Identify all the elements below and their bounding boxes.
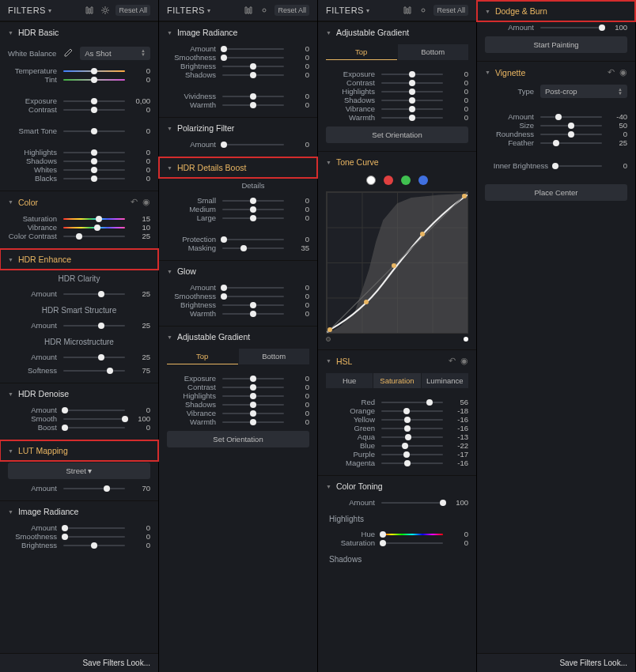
section-toggle-hdr-basic[interactable]: ▼HDR Basic	[0, 22, 158, 43]
slider-tint[interactable]	[63, 79, 125, 81]
slider-exposure[interactable]	[381, 74, 443, 75]
smart-tone-slider[interactable]	[63, 130, 125, 132]
slider-saturation[interactable]	[381, 542, 443, 544]
slider-amount[interactable]	[63, 325, 125, 327]
undo-icon[interactable]: ↶	[131, 197, 138, 207]
section-toggle-image-radiance[interactable]: ▼Image Radiance	[159, 22, 317, 43]
set-orientation-button[interactable]: Set Orientation	[326, 126, 468, 143]
section-toggle-gradient-3[interactable]: ▼Adjustable Gradient	[318, 22, 476, 43]
curve-channel-red[interactable]	[384, 176, 393, 185]
section-toggle-image-radiance-1[interactable]: ▼Image Radiance	[0, 501, 158, 522]
slider-brightness[interactable]	[63, 545, 125, 546]
slider-masking[interactable]	[222, 247, 284, 249]
section-toggle-dodge-burn[interactable]: ▼Dodge & Burn	[477, 1, 635, 21]
slider-amount[interactable]	[63, 488, 125, 489]
slider-warmth[interactable]	[222, 313, 284, 315]
section-toggle-hdr-denoise[interactable]: ▼HDR Denoise	[0, 383, 158, 404]
set-orientation-button[interactable]: Set Orientation	[167, 431, 309, 447]
white-balance-select[interactable]: As Shot▲▼	[80, 47, 150, 60]
section-toggle-color-toning[interactable]: ▼Color Toning	[318, 476, 476, 496]
gear-icon[interactable]	[100, 5, 111, 16]
tone-curve-editor[interactable]	[326, 191, 468, 334]
section-toggle-hsl[interactable]: ▼HSL ↶◉	[318, 350, 476, 372]
slider-amount[interactable]	[63, 293, 125, 295]
section-toggle-lut-mapping[interactable]: ▼LUT Mapping	[0, 440, 158, 461]
slider-vibrance[interactable]	[222, 413, 284, 414]
slider-amount[interactable]	[222, 287, 284, 289]
slider-orange[interactable]	[381, 410, 443, 412]
slider-temperature[interactable]	[63, 70, 125, 72]
curve-channel-green[interactable]	[401, 176, 411, 185]
slider-small[interactable]	[222, 200, 284, 202]
slider-aqua[interactable]	[381, 436, 443, 438]
section-toggle-hdr-enhance[interactable]: ▼HDR Enhance	[0, 249, 158, 270]
slider-highlights[interactable]	[222, 395, 284, 397]
reset-all-button[interactable]: Reset All	[115, 5, 150, 16]
undo-icon[interactable]: ↶	[608, 67, 615, 77]
slider-amount[interactable]	[63, 410, 125, 411]
slider-softness[interactable]	[63, 370, 125, 372]
undo-icon[interactable]: ↶	[449, 356, 456, 366]
slider-vibrance[interactable]	[381, 108, 443, 110]
slider-shadows[interactable]	[63, 160, 125, 162]
slider-roundness[interactable]	[540, 134, 602, 135]
slider-amount[interactable]	[540, 116, 602, 118]
visibility-icon[interactable]: ◉	[142, 197, 150, 207]
histogram-icon[interactable]	[84, 5, 95, 16]
section-toggle-vignette[interactable]: ▼Vignette ↶◉	[477, 62, 635, 83]
slider-purple[interactable]	[381, 454, 443, 455]
slider-contrast[interactable]	[63, 109, 125, 111]
filters-dropdown[interactable]: FILTERS▾	[326, 6, 369, 15]
curve-channel-blue[interactable]	[418, 176, 428, 185]
slider-blacks[interactable]	[63, 178, 125, 179]
slider-boost[interactable]	[63, 427, 125, 428]
start-painting-button[interactable]: Start Painting	[485, 36, 627, 53]
slider-contrast[interactable]	[222, 387, 284, 388]
slider-exposure[interactable]	[222, 378, 284, 379]
eyedropper-icon[interactable]	[61, 46, 75, 60]
slider-saturation[interactable]	[63, 218, 125, 220]
slider-contrast[interactable]	[381, 82, 443, 84]
slider-warmth[interactable]	[381, 117, 443, 119]
section-toggle-color[interactable]: ▼Color ↶◉	[0, 191, 158, 213]
slider-smoothness[interactable]	[222, 57, 284, 59]
gradient-tab-bottom[interactable]: Bottom	[239, 349, 310, 364]
slider-feather[interactable]	[540, 142, 602, 144]
slider-green[interactable]	[381, 428, 443, 429]
curve-channel-rgb[interactable]	[366, 176, 376, 185]
color-toning-amount-slider[interactable]	[381, 502, 443, 504]
slider-smoothness[interactable]	[222, 296, 284, 297]
slider-protection[interactable]	[222, 239, 284, 240]
gear-icon[interactable]	[418, 5, 429, 16]
slider-magenta[interactable]	[381, 462, 443, 464]
gradient-tab-top[interactable]: Top	[167, 349, 238, 364]
slider-shadows[interactable]	[222, 404, 284, 406]
save-filters-look-button[interactable]: Save Filters Look...	[477, 653, 635, 672]
slider-amount[interactable]	[222, 48, 284, 50]
slider-yellow[interactable]	[381, 419, 443, 421]
slider-medium[interactable]	[222, 209, 284, 210]
hsl-tab-saturation[interactable]: Saturation	[373, 373, 420, 388]
slider-hue[interactable]	[381, 534, 443, 535]
slider-red[interactable]	[381, 402, 443, 403]
slider-amount[interactable]	[222, 144, 284, 145]
gear-icon[interactable]	[259, 5, 270, 16]
gradient-tab-top[interactable]: Top	[326, 44, 397, 60]
inner-brightness-slider[interactable]	[555, 165, 602, 167]
slider-brightness[interactable]	[222, 304, 284, 306]
slider-shadows[interactable]	[222, 74, 284, 76]
slider-amount[interactable]	[63, 357, 125, 358]
visibility-icon[interactable]: ◉	[619, 67, 627, 77]
section-toggle-polarizing[interactable]: ▼Polarizing Filter	[159, 118, 317, 138]
section-toggle-tone-curve[interactable]: ▼Tone Curve	[318, 152, 476, 172]
slider-vividness[interactable]	[222, 96, 284, 97]
hsl-tab-luminance[interactable]: Luminance	[422, 373, 468, 388]
filters-dropdown[interactable]: FILTERS▾	[8, 6, 51, 15]
slider-color-contrast[interactable]	[63, 236, 125, 237]
reset-all-button[interactable]: Reset All	[433, 5, 468, 16]
slider-brightness[interactable]	[222, 66, 284, 67]
slider-vibrance[interactable]	[63, 227, 125, 228]
slider-exposure[interactable]	[63, 100, 125, 102]
vignette-type-select[interactable]: Post-crop▲▼	[540, 85, 627, 98]
gradient-tab-bottom[interactable]: Bottom	[398, 44, 469, 60]
